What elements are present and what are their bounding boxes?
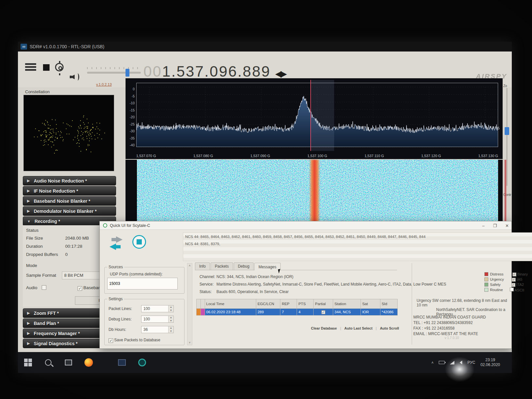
col-rep[interactable]: REP <box>280 299 297 309</box>
db-hours-spinner[interactable]: 36▲▼ <box>141 326 174 333</box>
scroll-down-icon[interactable]: ˅ <box>187 341 192 344</box>
spinner-arrows[interactable]: ▲▼ <box>168 305 173 312</box>
language-indicator[interactable]: РУС <box>467 360 475 365</box>
binary-checkbox[interactable]: ✓ <box>512 273 516 276</box>
legend: Distress ✓ Binary Urgency ✓ IA5 Safety ✓… <box>484 272 532 292</box>
stop-button[interactable] <box>41 62 52 73</box>
table-row[interactable]: 06.02.2020 23:18:48 289 7 4 ✓ 344, NCS I… <box>197 309 398 316</box>
freq-tick: 1,537.130 G <box>478 154 498 158</box>
freq-tick: 1,537.120 G <box>421 154 441 158</box>
tuning-bandwidth-band[interactable] <box>311 80 334 151</box>
db-axis: 0 -5 -10 -15 -20 -25 -30 -35 -40 <box>126 87 136 147</box>
auto-last-select-button[interactable]: Auto Last Select <box>344 326 372 330</box>
debug-lines-spinner[interactable]: 100▲▼ <box>141 316 174 323</box>
clear-database-button[interactable]: Clear Database <box>311 326 337 330</box>
udp-ports-input[interactable] <box>107 278 178 289</box>
panel-baseband-noise-blanker[interactable]: ▶Baseband Noise Blanker * <box>23 196 116 206</box>
network-icon[interactable] <box>450 361 454 364</box>
ascii-checkbox[interactable] <box>510 288 514 291</box>
spectrum-right-scale: 15 <box>496 126 500 130</box>
col-sat[interactable]: Sat <box>361 299 380 309</box>
panel-if-noise-reduction[interactable]: ▶IF Noise Reduction * <box>23 186 116 196</box>
col-station[interactable]: Station <box>333 299 361 309</box>
cell-local-time: 06.02.2020 23:18:48 <box>205 309 256 316</box>
panel-label: Band Plan * <box>34 321 59 326</box>
clock-date: 02.06.2020 <box>480 362 500 367</box>
packet-lines-label: Packet Lines: <box>109 306 132 311</box>
col-sid[interactable]: SId <box>380 299 397 309</box>
tab-packets[interactable]: Packets <box>211 262 233 270</box>
sdr-window-title: SDR# v1.0.0.1700 - RTL-SDR (USB) <box>30 44 104 49</box>
cell-partial: ✓ <box>314 309 333 316</box>
zoom-slider-thumb[interactable] <box>505 127 509 135</box>
cell-pts: 4 <box>297 309 314 316</box>
frequency-tune-arrows[interactable]: ◀▶ <box>275 69 286 79</box>
ia5-checkbox[interactable]: ✓ <box>512 278 516 282</box>
scytale-close-button[interactable]: ✕ <box>505 223 509 228</box>
db-tick: -40 <box>130 143 135 147</box>
ita2-checkbox[interactable]: ✓ <box>511 283 515 287</box>
tray-chevron-icon[interactable]: ˄ <box>431 361 433 364</box>
db-hours-row: Db Hours: 36▲▼ <box>109 327 126 332</box>
taskbar-search-button[interactable] <box>38 352 58 373</box>
baseband-checkbox[interactable]: ✓ <box>78 286 82 291</box>
volume-icon[interactable] <box>69 71 81 82</box>
system-tray: ˄ РУС 23:19 02.06.2020 <box>431 358 512 367</box>
taskbar-firefox[interactable] <box>79 352 99 373</box>
tuning-cursor[interactable] <box>310 80 311 151</box>
tab-messages[interactable]: Messages <box>254 263 281 270</box>
tab-debug[interactable]: Debug <box>234 262 254 270</box>
db-tick: -10 <box>130 101 135 105</box>
frequency-axis: 1,537.070 G 1,537.080 G 1,537.090 G 1,53… <box>136 154 498 158</box>
ncs-line: NCS 44: 8465, 8464, 8463, 8462, 8461, 84… <box>185 233 532 241</box>
frequency-display[interactable]: 001.537.096.889◀▶ <box>143 63 286 80</box>
menu-icon[interactable] <box>25 62 36 73</box>
spinner-arrows[interactable]: ▲▼ <box>168 326 173 333</box>
col-pts[interactable]: PTS <box>297 299 314 309</box>
packet-lines-spinner[interactable]: 100▲▼ <box>141 305 174 312</box>
ncs-frequency-list[interactable]: NCS 44: 8465, 8464, 8463, 8462, 8461, 84… <box>183 232 532 261</box>
status-label: Status <box>26 228 38 233</box>
panel-label: Signal Diagnostics * <box>34 341 78 346</box>
debug-lines-label: Debug Lines: <box>109 317 132 321</box>
volume-slider-thumb[interactable] <box>126 69 129 77</box>
col-local-time[interactable]: Local Time <box>205 299 256 309</box>
settings-group-label: Settings <box>107 297 124 301</box>
start-button[interactable] <box>18 352 38 373</box>
auto-scroll-button[interactable]: Auto Scroll <box>380 326 399 330</box>
channel-line: Channel:NCS: 344, NCS, Indian Ocean Regi… <box>200 274 493 279</box>
scrollbar[interactable]: ˄ ˅ <box>187 263 192 345</box>
spinner-arrows[interactable]: ▲▼ <box>168 316 173 322</box>
swap-arrows-icon[interactable] <box>109 236 123 251</box>
message-body[interactable]: MRCC MUMBAI INDIAN COAST GUARD TEL : +91… <box>413 315 511 337</box>
spectrum-display[interactable]: 0 -5 -10 -15 -20 -25 -30 -35 -40 15 1,53… <box>126 78 503 159</box>
db-tick: -25 <box>130 122 135 126</box>
sdrsharp-logo-icon: ∞ <box>21 44 27 50</box>
battery-icon[interactable] <box>439 361 445 364</box>
taskbar-window-app[interactable] <box>112 352 132 373</box>
panel-audio-noise-reduction[interactable]: ▶Audio Noise Reduction * <box>23 176 116 185</box>
panel-demodulator-noise-blanker[interactable]: ▶Demodulator Noise Blanker * <box>23 206 116 216</box>
audio-checkbox[interactable] <box>42 285 46 290</box>
col-egc-lcn[interactable]: EGC/LCN <box>256 299 280 309</box>
taskbar-clock[interactable]: 23:19 02.06.2020 <box>480 358 500 367</box>
task-view-button[interactable] <box>58 352 79 373</box>
firefox-icon <box>84 358 93 367</box>
gear-icon[interactable] <box>55 63 64 71</box>
taskbar-scytale-app[interactable] <box>132 352 152 373</box>
freq-tick: 1,537.110 G <box>364 154 384 158</box>
volume-slider[interactable] <box>87 72 141 74</box>
scroll-up-icon[interactable]: ˄ <box>187 264 192 267</box>
tab-info[interactable]: Info <box>195 262 210 270</box>
col-partial[interactable]: Partial <box>314 299 333 309</box>
duration-label: Duration <box>26 244 43 249</box>
windows-logo-icon <box>24 359 32 366</box>
speaker-icon[interactable] <box>460 361 462 364</box>
save-packets-checkbox[interactable]: ✓ <box>109 338 113 343</box>
debug-lines-value: 100 <box>143 317 150 321</box>
scytale-maximize-button[interactable]: ❐ <box>493 223 497 228</box>
plugin-version-link[interactable]: v.1.0.2.13 <box>96 82 112 86</box>
scytale-minimize-button[interactable]: – <box>482 223 484 228</box>
stop-capture-icon[interactable] <box>132 235 146 249</box>
sample-format-label: Sample Format <box>26 273 56 278</box>
